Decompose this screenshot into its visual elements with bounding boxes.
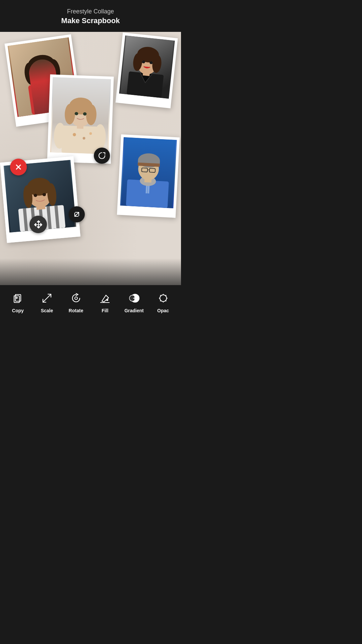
- scale-handle[interactable]: [69, 206, 85, 222]
- photo-card-2[interactable]: [115, 33, 178, 108]
- opacity-icon: [156, 290, 171, 306]
- svg-line-91: [160, 301, 161, 301]
- toolbar-item-opacity[interactable]: Opac: [152, 290, 175, 313]
- gradient-label: Gradient: [124, 308, 144, 313]
- canvas-bottom-overlay: [0, 258, 181, 285]
- gradient-icon: [126, 290, 142, 306]
- svg-rect-20: [61, 125, 98, 154]
- svg-point-78: [107, 299, 108, 301]
- toolbar-item-scale[interactable]: Scale: [35, 290, 59, 313]
- scale-icon: [39, 290, 55, 306]
- svg-line-75: [43, 294, 51, 302]
- bottom-toolbar: Copy Scale Rotate: [0, 285, 181, 322]
- photo-image-2: [119, 36, 175, 99]
- rotate-handle[interactable]: [94, 148, 110, 164]
- move-handle[interactable]: [29, 216, 47, 233]
- fill-icon: [97, 290, 113, 306]
- rotate-label: Rotate: [69, 308, 83, 313]
- app-title: Make Scrapbook: [7, 16, 174, 25]
- rotate-icon: [68, 290, 84, 306]
- photo-card-5[interactable]: [117, 135, 180, 218]
- svg-line-62: [75, 212, 79, 216]
- opacity-label: Opac: [157, 308, 169, 313]
- svg-point-8: [36, 70, 40, 74]
- toolbar-item-fill[interactable]: Fill: [93, 290, 117, 313]
- svg-point-76: [75, 297, 77, 300]
- svg-line-90: [166, 296, 166, 296]
- photo-image-5: [120, 137, 177, 208]
- svg-line-88: [160, 296, 161, 296]
- copy-icon: [10, 290, 25, 306]
- svg-line-89: [166, 301, 166, 301]
- toolbar-item-copy[interactable]: Copy: [6, 290, 29, 313]
- collage-canvas[interactable]: [0, 32, 181, 285]
- fill-label: Fill: [102, 308, 108, 313]
- scale-label: Scale: [41, 308, 53, 313]
- toolbar-items-container: Copy Scale Rotate: [0, 290, 181, 313]
- app-subtitle: Freestyle Collage: [7, 8, 174, 15]
- svg-rect-3: [39, 76, 49, 87]
- delete-button[interactable]: [10, 159, 27, 175]
- app-header: Freestyle Collage Make Scrapbook: [0, 0, 181, 32]
- photo-image-3: [50, 77, 111, 154]
- svg-point-9: [45, 69, 49, 72]
- copy-label: Copy: [12, 308, 24, 313]
- toolbar-item-gradient[interactable]: Gradient: [122, 290, 146, 313]
- toolbar-item-rotate[interactable]: Rotate: [64, 290, 88, 313]
